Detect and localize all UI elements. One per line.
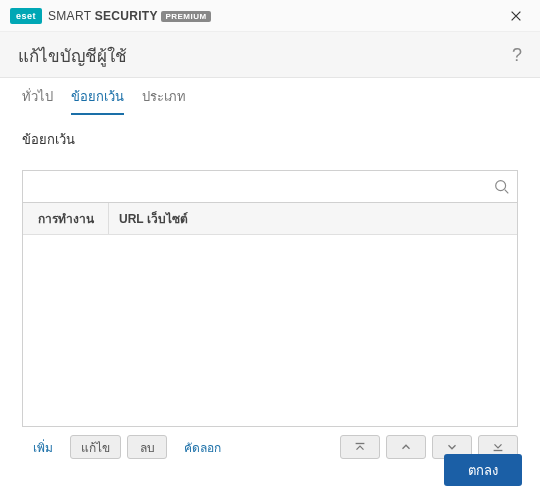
brand-logo: eset <box>10 8 42 24</box>
brand: eset SMART SECURITY PREMIUM <box>10 8 211 24</box>
dialog-header: แก้ไขบัญชีผู้ใช้ ? <box>0 32 540 78</box>
search-icon <box>493 178 511 196</box>
premium-badge: PREMIUM <box>161 11 210 22</box>
help-button[interactable]: ? <box>512 45 522 66</box>
brand-text: SMART SECURITY PREMIUM <box>48 9 211 23</box>
ok-button[interactable]: ตกลง <box>444 454 522 486</box>
close-icon <box>509 9 523 23</box>
tab-exceptions[interactable]: ข้อยกเว้น <box>71 86 124 115</box>
table-body <box>23 235 517 426</box>
titlebar: eset SMART SECURITY PREMIUM <box>0 0 540 32</box>
column-url[interactable]: URL เว็บไซต์ <box>109 203 517 234</box>
tab-category[interactable]: ประเภท <box>142 86 186 115</box>
search-row <box>22 170 518 202</box>
tabs: ทั่วไป ข้อยกเว้น ประเภท <box>0 78 540 115</box>
search-button[interactable] <box>493 178 511 196</box>
exceptions-table: การทำงาน URL เว็บไซต์ <box>22 202 518 427</box>
dialog-footer: ตกลง <box>0 440 540 500</box>
content: ข้อยกเว้น การทำงาน URL เว็บไซต์ เพิ่ม แก… <box>0 115 540 459</box>
svg-line-1 <box>505 189 509 193</box>
section-label: ข้อยกเว้น <box>22 129 518 150</box>
svg-point-0 <box>496 180 506 190</box>
page-title: แก้ไขบัญชีผู้ใช้ <box>18 42 127 69</box>
table-header: การทำงาน URL เว็บไซต์ <box>23 203 517 235</box>
tab-general[interactable]: ทั่วไป <box>22 86 53 115</box>
search-input[interactable] <box>31 179 493 194</box>
close-button[interactable] <box>502 2 530 30</box>
column-action[interactable]: การทำงาน <box>23 203 109 234</box>
